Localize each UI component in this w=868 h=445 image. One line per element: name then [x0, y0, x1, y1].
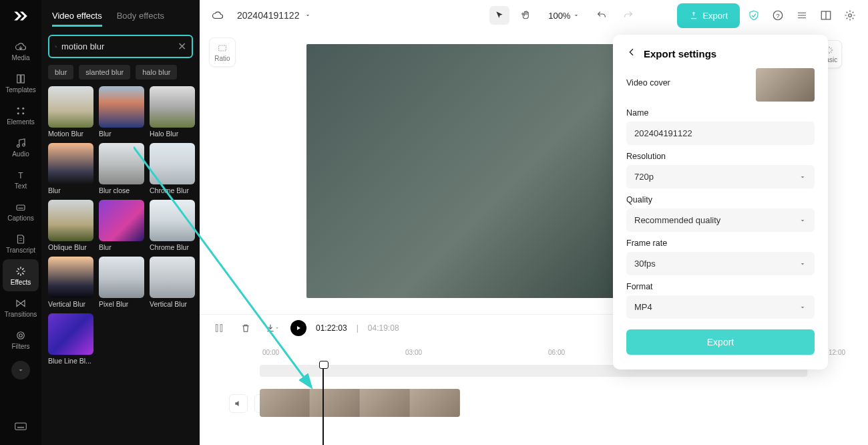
effect-label: Blue Line Bl... [48, 357, 93, 365]
split-button[interactable] [210, 319, 228, 337]
effect-label: Pixel Blur [99, 300, 144, 308]
svg-line-18 [57, 47, 57, 47]
effect-label: Chrome Blur [150, 186, 195, 194]
delete-button[interactable] [237, 319, 254, 337]
project-name-dropdown[interactable]: 202404191122 [237, 10, 311, 21]
tab-body-effects[interactable]: Body effects [117, 11, 164, 27]
effect-thumb [150, 257, 195, 298]
hand-tool[interactable] [516, 6, 536, 25]
export-confirm-button[interactable]: Export [626, 329, 815, 355]
timecode-duration: 04:19:08 [368, 323, 399, 333]
search-input-wrap[interactable]: ✕ [48, 35, 193, 58]
effects-icon [15, 265, 27, 277]
effect-thumb [48, 143, 93, 184]
effect-label: Motion Blur [48, 130, 93, 138]
rail-elements[interactable]: Elements [3, 99, 39, 131]
effect-item[interactable]: Chrome Blur [150, 200, 195, 251]
elements-icon [15, 105, 27, 117]
playhead[interactable] [322, 365, 324, 445]
effect-item[interactable]: Oblique Blur [48, 200, 93, 251]
mute-track-button[interactable] [229, 394, 248, 413]
shield-icon[interactable] [745, 7, 763, 24]
rail-media[interactable]: Media [3, 35, 39, 67]
name-input[interactable] [626, 122, 815, 145]
cover-thumbnail[interactable] [756, 68, 815, 102]
effect-thumb [150, 143, 195, 184]
zoom-dropdown[interactable]: 100% [548, 11, 580, 21]
video-preview[interactable] [306, 44, 627, 298]
format-select[interactable]: MP4 [626, 295, 815, 319]
effect-item[interactable]: Halo Blur [150, 86, 195, 138]
zoom-value: 100% [548, 11, 570, 21]
back-button[interactable] [626, 47, 637, 60]
framerate-label: Frame rate [626, 239, 815, 248]
rail-transcript[interactable]: Transcript [3, 227, 39, 259]
effect-thumb [99, 86, 144, 128]
chip-slanted-blur[interactable]: slanted blur [79, 65, 130, 80]
rail-label: Media [11, 54, 29, 61]
effect-item[interactable]: Motion Blur [48, 86, 93, 138]
clear-search-icon[interactable]: ✕ [178, 40, 186, 53]
effect-item[interactable]: Blur [99, 200, 144, 251]
media-icon [15, 41, 27, 53]
svg-rect-15 [15, 423, 27, 430]
app-logo[interactable] [10, 5, 31, 27]
effect-item[interactable]: Blur [48, 143, 93, 194]
download-button[interactable] [264, 319, 281, 337]
pointer-tool[interactable] [489, 6, 509, 25]
chip-halo-blur[interactable]: halo blur [136, 65, 177, 80]
keyboard-icon[interactable] [14, 420, 27, 436]
export-settings-title: Export settings [644, 48, 716, 59]
video-clip[interactable] [260, 389, 460, 417]
svg-point-2 [17, 107, 19, 109]
effect-item[interactable]: Chrome Blur [150, 143, 195, 194]
chevron-down-icon [799, 260, 807, 268]
effect-item[interactable]: Blur close [99, 143, 144, 194]
effect-item[interactable]: Blue Line Bl... [48, 313, 93, 365]
quality-label: Quality [626, 195, 815, 204]
resolution-value: 720p [634, 172, 654, 182]
effect-thumb [99, 257, 144, 298]
rail-captions[interactable]: Captions [3, 195, 39, 227]
rail-expand-button[interactable] [11, 361, 30, 380]
chip-blur[interactable]: blur [48, 65, 73, 80]
rail-text[interactable]: TText [3, 163, 39, 195]
rail-audio[interactable]: Audio [3, 131, 39, 163]
redo-button[interactable] [618, 6, 638, 25]
framerate-select[interactable]: 30fps [626, 252, 815, 275]
svg-rect-0 [17, 75, 21, 83]
effect-thumb [48, 200, 93, 241]
export-button-top[interactable]: Export [678, 5, 738, 27]
layout-icon[interactable] [817, 7, 835, 24]
ruler-tick: 12:00 [829, 349, 845, 356]
layers-icon[interactable] [793, 7, 811, 24]
ruler-tick: 06:00 [548, 349, 565, 356]
rail-transitions[interactable]: Transitions [3, 291, 39, 323]
ratio-button[interactable]: Ratio [209, 37, 236, 67]
format-label: Format [626, 282, 815, 291]
rail-filters[interactable]: Filters [3, 323, 39, 355]
search-input[interactable] [61, 41, 174, 51]
rail-label: Transitions [5, 311, 37, 318]
play-button[interactable] [290, 320, 306, 336]
effect-item[interactable]: Vertical Blur [48, 257, 93, 308]
help-icon[interactable]: ? [769, 7, 787, 24]
settings-icon[interactable] [841, 7, 859, 24]
effect-item[interactable]: Pixel Blur [99, 257, 144, 308]
svg-rect-24 [219, 45, 226, 51]
resolution-select[interactable]: 720p [626, 165, 815, 188]
format-value: MP4 [634, 302, 652, 312]
cloud-icon[interactable] [209, 7, 226, 24]
effect-thumb [99, 200, 144, 241]
ratio-icon [217, 43, 228, 53]
undo-button[interactable] [592, 6, 612, 25]
chevron-down-icon [799, 173, 807, 181]
quality-select[interactable]: Recommended quality [626, 208, 815, 232]
svg-text:?: ? [776, 12, 780, 19]
effect-item[interactable]: Vertical Blur [150, 257, 195, 308]
rail-effects[interactable]: Effects [3, 259, 39, 291]
tab-video-effects[interactable]: Video effects [52, 11, 102, 27]
effect-item[interactable]: Blur [99, 86, 144, 138]
effect-label: Halo Blur [150, 130, 195, 138]
rail-templates[interactable]: Templates [3, 67, 39, 99]
